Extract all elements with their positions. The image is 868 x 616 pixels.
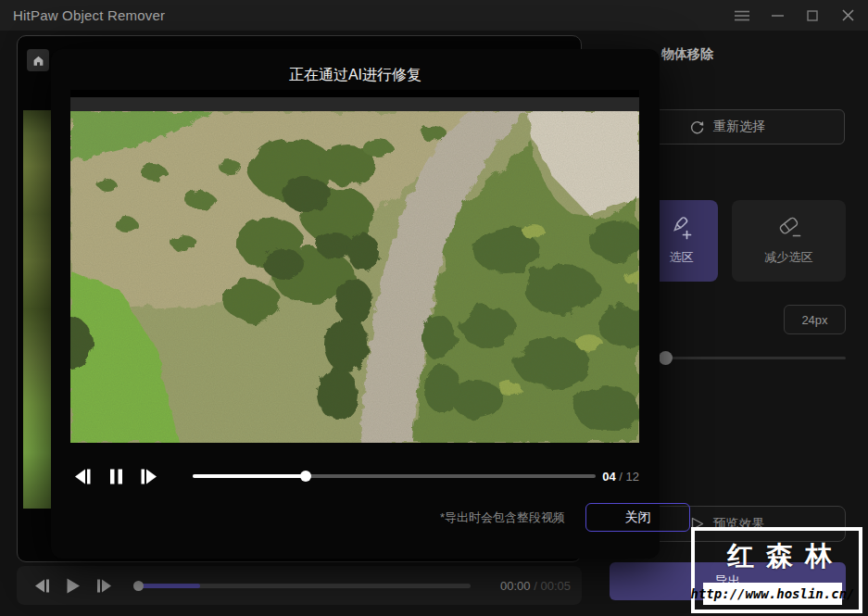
window-title: HitPaw Object Remover	[13, 7, 165, 23]
watermark-brand: 红森林	[711, 538, 860, 575]
reduce-selection-label: 减少选区	[765, 249, 813, 266]
titlebar: HitPaw Object Remover	[0, 0, 868, 31]
sidebar-title: 物体移除	[661, 46, 713, 63]
home-button[interactable]	[27, 49, 49, 71]
time-current: 00:00	[500, 579, 531, 593]
window-controls	[731, 5, 868, 27]
modal-player-controls: 04 / 12	[70, 463, 639, 489]
watermark-box: 红森林 http://www.hoslin.cn/	[691, 527, 862, 613]
repair-progress-handle[interactable]	[300, 471, 311, 482]
brush-plus-icon	[669, 216, 694, 241]
play-icon[interactable]	[61, 573, 85, 597]
watermark-url: http://www.hoslin.cn/	[703, 583, 842, 605]
frame-counter: 04 / 12	[602, 470, 639, 484]
close-icon[interactable]	[837, 5, 859, 27]
player-bar: 00:00 / 00:05	[17, 566, 582, 605]
brush-size-slider[interactable]	[648, 357, 846, 359]
brush-size-input[interactable]: 24px	[784, 305, 846, 334]
close-label: 关闭	[625, 509, 651, 526]
player-progress-bar[interactable]	[137, 584, 471, 588]
video-letterbox	[70, 97, 639, 111]
maximize-icon[interactable]	[801, 5, 824, 27]
player-progress-fill	[137, 584, 200, 588]
home-icon	[32, 55, 44, 67]
repair-progress-bar[interactable]	[193, 474, 596, 478]
add-selection-label: 选区	[670, 249, 694, 266]
video-preview	[70, 90, 639, 443]
menu-icon[interactable]	[731, 5, 753, 27]
frame-total: 12	[626, 470, 639, 484]
eraser-minus-icon	[776, 216, 802, 241]
brush-size-value: 24px	[801, 313, 827, 327]
next-frame-icon[interactable]	[93, 573, 117, 597]
ai-repair-dialog: 正在通过AI进行修复	[51, 49, 660, 559]
frame-current: 04	[602, 470, 615, 484]
player-time: 00:00 / 00:05	[500, 579, 571, 593]
minimize-icon[interactable]	[766, 5, 788, 27]
reselect-label: 重新选择	[713, 119, 765, 135]
next-frame-icon[interactable]	[137, 464, 161, 488]
brush-size-slider-handle[interactable]	[659, 351, 673, 365]
close-dialog-button[interactable]: 关闭	[585, 503, 690, 532]
previous-frame-icon[interactable]	[70, 464, 94, 488]
export-note: *导出时会包含整段视频	[51, 509, 565, 526]
previous-frame-icon[interactable]	[30, 573, 54, 597]
pause-icon[interactable]	[104, 464, 128, 488]
repair-progress-fill	[193, 474, 306, 478]
player-progress-handle[interactable]	[133, 581, 144, 591]
video-frame-edge	[23, 110, 54, 509]
app-window: HitPaw Object Remover	[0, 0, 868, 616]
refresh-icon	[689, 119, 705, 135]
reduce-selection-button[interactable]: 减少选区	[732, 200, 846, 282]
aerial-road-video-frame	[70, 111, 639, 443]
dialog-title: 正在通过AI进行修复	[51, 66, 660, 85]
time-total: 00:05	[540, 579, 571, 593]
